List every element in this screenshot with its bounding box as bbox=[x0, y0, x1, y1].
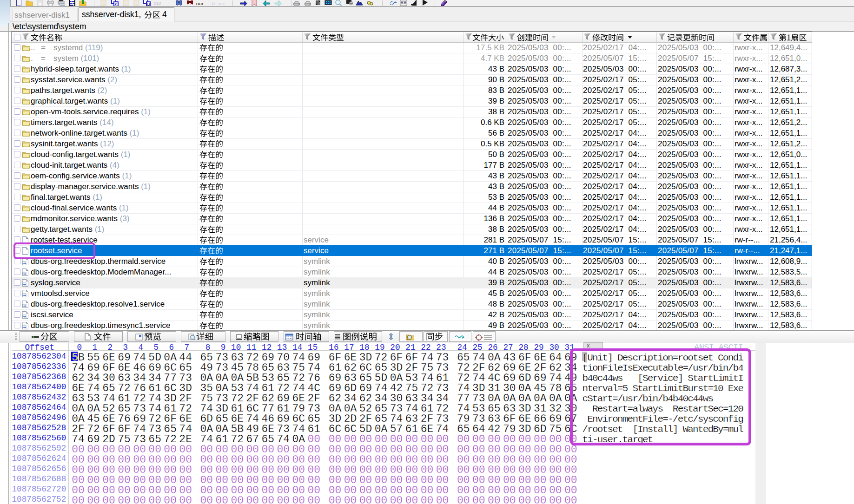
svg-text:HEX: HEX bbox=[218, 2, 225, 6]
svg-text:010: 010 bbox=[154, 1, 161, 6]
svg-text:HEX: HEX bbox=[196, 2, 203, 6]
svg-text:→B: →B bbox=[208, 1, 215, 6]
